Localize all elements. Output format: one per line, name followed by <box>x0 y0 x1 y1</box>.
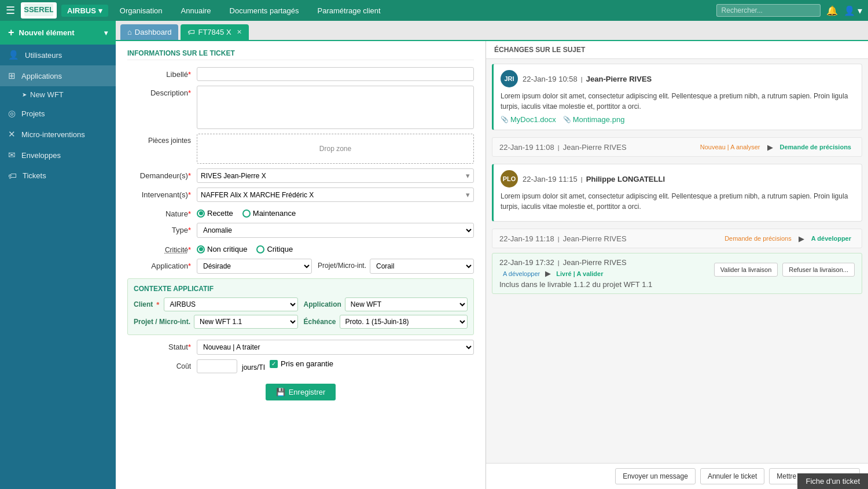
user-menu-icon[interactable]: 👤 ▾ <box>844 5 862 16</box>
nav-annuaire[interactable]: Annuaire <box>172 2 220 20</box>
notifications-icon[interactable]: 🔔 <box>826 5 838 16</box>
app-logo: PASSERELLE <box>21 2 57 19</box>
nav-documents[interactable]: Documents partagés <box>220 2 308 20</box>
top-navigation: ☰ PASSERELLE AIRBUS ▾ Organisation Annua… <box>0 0 868 21</box>
svg-text:PASSERELLE: PASSERELLE <box>24 5 53 14</box>
search-input[interactable] <box>716 4 821 17</box>
nav-organisation[interactable]: Organisation <box>111 2 172 20</box>
nav-parametrage[interactable]: Paramétrage client <box>308 2 390 20</box>
hamburger-icon[interactable]: ☰ <box>6 4 15 17</box>
nav-links: Organisation Annuaire Documents partagés… <box>111 2 716 20</box>
client-badge[interactable]: AIRBUS ▾ <box>61 5 108 17</box>
nav-right: 🔔 👤 ▾ <box>716 4 862 17</box>
